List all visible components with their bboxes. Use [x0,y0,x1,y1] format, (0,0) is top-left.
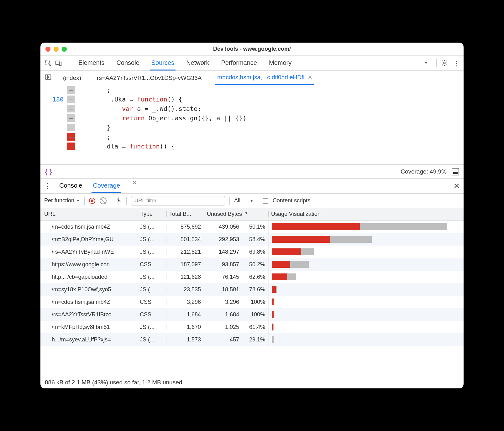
table-row[interactable]: /m=sy18x,P10Owf,syo5,JS (...23,53518,501… [40,283,464,296]
titlebar: DevTools - www.google.com/ [40,43,464,56]
coverage-visualization-icon[interactable] [452,168,459,175]
main-toolbar: ElementsConsoleSourcesNetworkPerformance… [40,56,464,71]
file-tab[interactable]: m=cdos,hsm,jsa,...c,dtl0hd,eHDfl✕ [215,71,314,85]
close-coverage-icon[interactable]: ✕ [132,179,137,193]
drawer-menu-icon[interactable]: ⋮ [44,182,51,190]
type-filter-select[interactable]: All ▼ [234,197,254,204]
coverage-status-bar: 886 kB of 2.1 MB (43%) used so far, 1.2 … [40,376,464,388]
inspect-element-icon[interactable] [44,59,52,68]
tab-performance[interactable]: Performance [220,56,259,70]
device-toolbar-icon[interactable] [54,59,63,68]
table-row[interactable]: http... /cb=gapi.loadedJS (...121,62876,… [40,271,464,283]
show-navigator-icon[interactable] [45,74,52,82]
coverage-table-header: URL Type Total B... Unused Bytes ▼ Usage… [40,208,464,221]
content-scripts-checkbox[interactable] [263,198,268,204]
minimize-window-button[interactable] [54,47,59,52]
traffic-lights [45,47,67,52]
table-row[interactable]: /m=B2qlPe,DhPYme,GUJS (...501,534292,953… [40,233,464,246]
coverage-table-body[interactable]: /m=cdos,hsm,jsa,mb4ZJS (...875,692439,05… [40,221,464,376]
tab-memory[interactable]: Memory [268,56,293,70]
table-row[interactable]: /m=cdos,hsm,jsa,mb4ZJS (...875,692439,05… [40,221,464,233]
col-type[interactable]: Type [138,211,166,217]
col-unused[interactable]: Unused Bytes ▼ [204,211,268,217]
table-row[interactable]: https://www.google.conCSS...187,09793,85… [40,258,464,271]
content-scripts-label: Content scripts [273,197,310,204]
chevron-down-icon: ▼ [76,199,80,203]
kebab-menu-icon[interactable]: ⋮ [453,60,460,67]
zoom-window-button[interactable] [62,47,67,52]
tab-elements[interactable]: Elements [77,56,106,70]
table-row[interactable]: /rs=AA2YrTvBynad-nWEJS (...212,521148,29… [40,246,464,258]
clear-icon[interactable] [100,197,107,204]
sort-desc-icon: ▼ [244,211,248,217]
divider [436,59,437,67]
tab-sources[interactable]: Sources [150,56,176,70]
coverage-summary: 886 kB of 2.1 MB (43%) used so far, 1.2 … [45,379,184,386]
svg-point-3 [444,62,445,64]
col-url[interactable]: URL [40,211,138,217]
source-status-bar: { } Coverage: 49.9% [40,165,464,179]
divider [67,59,67,67]
record-button[interactable] [89,198,95,204]
settings-icon[interactable] [441,60,449,67]
col-total[interactable]: Total B... [166,211,204,217]
window-title: DevTools - www.google.com/ [40,46,464,52]
url-filter-input[interactable] [131,196,225,205]
close-window-button[interactable] [45,47,50,52]
coverage-mode-select[interactable]: Per function ▼ [44,197,80,204]
table-row[interactable]: /rs=AA2YrTssrVR1lBtzoCSS1,6841,684100% [40,308,464,321]
main-tabs: ElementsConsoleSourcesNetworkPerformance… [77,56,293,70]
file-tabs: (index)rs=AA2YrTssrVR1...Obv1DSp-vWG36Am… [40,71,464,85]
more-tabs-icon[interactable]: » [424,60,432,67]
chevron-down-icon: ▼ [250,199,254,203]
table-row[interactable]: /m=kMFpHd,sy8l,bm51JS (...1,6701,02561.4… [40,321,464,333]
tab-console[interactable]: Console [115,56,140,70]
close-tab-icon[interactable]: ✕ [308,74,312,81]
drawer-tab-console[interactable]: Console [58,179,83,193]
source-code-pane[interactable]: –;180–_.Uka = function() {– var a = _.Wd… [40,85,464,165]
export-icon[interactable] [116,197,122,205]
devtools-window: DevTools - www.google.com/ ElementsConso… [40,43,464,388]
col-viz[interactable]: Usage Visualization [268,211,464,217]
drawer-tab-coverage[interactable]: Coverage [92,179,121,193]
file-tab[interactable]: (index) [61,71,83,85]
file-tab[interactable]: rs=AA2YrTssrVR1...Obv1DSp-vWG36A [95,71,203,85]
table-row[interactable]: h.../m=syev,aLUfP?xjs=JS (...1,57345729.… [40,333,464,346]
drawer-tabs: ⋮ ConsoleCoverage✕ ✕ [40,179,464,194]
pretty-print-icon[interactable]: { } [45,168,52,176]
tab-network[interactable]: Network [185,56,210,70]
coverage-filter-bar: Per function ▼ All ▼ Content scripts [40,194,464,208]
table-row[interactable]: /m=cdos,hsm,jsa,mb4ZCSS3,2963,296100% [40,296,464,308]
close-drawer-icon[interactable]: ✕ [454,182,460,190]
coverage-percent-label: Coverage: 49.9% [401,168,447,175]
